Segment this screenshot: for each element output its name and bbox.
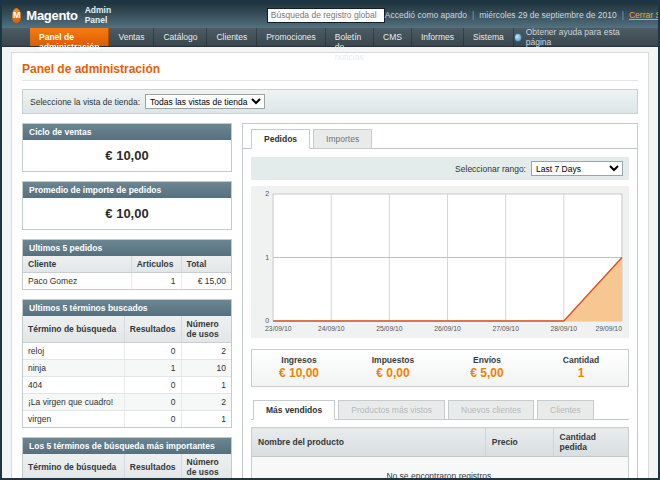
page-title: Panel de administración: [22, 62, 638, 81]
column-header: Resultados: [124, 316, 181, 343]
column-header: Resultados: [124, 454, 181, 480]
store-switcher-label: Seleccione la vista de tienda:: [30, 97, 140, 107]
orders-chart: 01223/09/1024/09/1025/09/1026/09/1027/09…: [251, 186, 629, 340]
orders-area-chart: 01223/09/1024/09/1025/09/1026/09/1027/09…: [251, 186, 629, 338]
page: Panel de administración Seleccione la vi…: [2, 47, 658, 480]
box-title: Ultimos 5 términos buscados: [23, 300, 231, 316]
dashboard-main-panel: Pedidos Importes Seleccionar rango: Last…: [242, 123, 638, 480]
help-label: Obtener ayuda para esta página: [526, 27, 630, 47]
box-title: Ultimos 5 pedidos: [23, 240, 231, 256]
svg-text:0: 0: [265, 318, 269, 325]
svg-text:25/09/10: 25/09/10: [376, 325, 403, 332]
column-header: Articulos: [131, 256, 181, 273]
box-title: Promedio de importe de pedidos: [23, 182, 231, 198]
empty-message: No se encontraron registros.: [252, 457, 629, 480]
svg-text:2: 2: [265, 191, 269, 198]
svg-text:27/09/10: 27/09/10: [492, 325, 519, 332]
column-header: Cantidad pedida: [553, 428, 628, 457]
logo-subtitle: Admin Panel: [85, 5, 117, 25]
main-navigation: Panel de administraciónVentasCatálogoCli…: [2, 28, 658, 47]
nav-item-1[interactable]: Ventas: [109, 28, 154, 46]
stat-ingresos: Ingresos€ 10,00: [252, 355, 346, 380]
bottom-tab-3: Clientes: [537, 400, 594, 420]
stat-cantidad: Cantidad1: [534, 355, 628, 380]
nav-item-2[interactable]: Catálogo: [154, 28, 207, 46]
header-user-info: Accedió como apardo | miércoles 29 de se…: [385, 10, 660, 20]
content-wrapper: Panel de administración Seleccione la vi…: [11, 52, 649, 480]
tab-pedidos[interactable]: Pedidos: [251, 129, 310, 149]
column-header: Término de búsqueda: [23, 316, 124, 343]
last-search-terms-table: Término de búsquedaResultadosNúmero de u…: [23, 316, 231, 427]
lifetime-sales-box: Ciclo de ventas € 10,00: [22, 123, 232, 172]
column-header: Total: [181, 256, 231, 273]
stat-envíos: Envíos€ 5,00: [440, 355, 534, 380]
stat-impuestos: Impuestos€ 0,00: [346, 355, 440, 380]
nav-item-5[interactable]: Boletín de noticias: [326, 28, 374, 46]
nav-item-4[interactable]: Promociones: [257, 28, 326, 46]
table-row: virgen01: [23, 411, 231, 428]
totals-bar: Ingresos€ 10,00Impuestos€ 0,00Envíos€ 5,…: [251, 349, 629, 387]
last-orders-box: Ultimos 5 pedidos ClienteArticulosTotalP…: [22, 239, 232, 290]
table-row: ninja110: [23, 360, 231, 377]
column-header: Precio: [485, 428, 553, 457]
lifetime-sales-value: € 10,00: [23, 140, 231, 171]
last-search-terms-box: Ultimos 5 términos buscados Término de b…: [22, 299, 232, 428]
tab-importes[interactable]: Importes: [313, 129, 372, 149]
bottom-tab-0[interactable]: Más vendidos: [253, 400, 335, 420]
nav-item-3[interactable]: Clientes: [207, 28, 257, 46]
range-toolbar: Seleccionar rango: Last 7 Days: [251, 157, 629, 180]
nav-item-7[interactable]: Informes: [412, 28, 464, 46]
header: M Magento Admin Panel Accedió como apard…: [2, 2, 658, 28]
svg-text:24/09/10: 24/09/10: [318, 325, 345, 332]
bottom-tabs: Más vendidosProductos más vistosNuevos c…: [251, 400, 629, 420]
store-switcher-select[interactable]: Todas las vistas de tienda: [145, 94, 265, 109]
box-title: Ciclo de ventas: [23, 124, 231, 140]
current-date: miércoles 29 de septiembre de 2010: [479, 10, 617, 20]
nav-item-6[interactable]: CMS: [374, 28, 412, 46]
globe-icon: [514, 33, 522, 42]
dashboard-sidebar: Ciclo de ventas € 10,00 Promedio de impo…: [22, 123, 232, 480]
last-orders-table: ClienteArticulosTotalPaco Gomez1€ 15,00: [23, 256, 231, 289]
svg-text:26/09/10: 26/09/10: [434, 325, 461, 332]
svg-text:23/09/10: 23/09/10: [265, 325, 292, 332]
average-orders-value: € 10,00: [23, 198, 231, 229]
magento-logo: M Magento Admin Panel: [12, 5, 117, 25]
help-link[interactable]: Obtener ayuda para esta página: [514, 28, 630, 46]
range-label: Seleccionar rango:: [455, 164, 526, 174]
bottom-tab-1: Productos más vistos: [338, 400, 445, 420]
svg-text:28/09/10: 28/09/10: [551, 325, 578, 332]
svg-text:29/09/10: 29/09/10: [595, 325, 622, 332]
bottom-tab-2: Nuevos clientes: [448, 400, 534, 420]
store-view-switcher: Seleccione la vista de tienda: Todas las…: [22, 89, 638, 114]
table-row: reloj02: [23, 343, 231, 360]
top-search-terms-box: Los 5 términos de búsqueda más important…: [22, 437, 232, 480]
nav-menu: Panel de administraciónVentasCatálogoCli…: [30, 28, 514, 46]
table-row: Paco Gomez1€ 15,00: [23, 273, 231, 290]
top-search-terms-table: Término de búsquedaResultadosNúmero de u…: [23, 454, 231, 480]
nav-item-0[interactable]: Panel de administración: [30, 28, 109, 46]
logout-link[interactable]: Cerrar Sesión: [629, 10, 660, 20]
table-row: ¡La virgen que cuadro!02: [23, 394, 231, 411]
range-select[interactable]: Last 7 Days: [531, 161, 623, 176]
column-header: Número de usos: [181, 316, 231, 343]
table-row: 40401: [23, 377, 231, 394]
svg-text:1: 1: [265, 254, 269, 261]
magento-logo-icon: M: [12, 8, 21, 23]
chart-tabs: Pedidos Importes: [243, 124, 637, 149]
average-orders-box: Promedio de importe de pedidos € 10,00: [22, 181, 232, 230]
box-title: Los 5 términos de búsqueda más important…: [23, 438, 231, 454]
logo-text: Magento: [26, 8, 77, 23]
column-header: Número de usos: [181, 454, 231, 480]
empty-row: No se encontraron registros.: [252, 457, 629, 480]
column-header: Término de búsqueda: [23, 454, 124, 480]
products-grid: Nombre del productoPrecioCantidad pedida…: [251, 427, 629, 480]
logged-in-as: Accedió como apardo: [385, 10, 467, 20]
column-header: Cliente: [23, 256, 131, 273]
global-search-input[interactable]: [267, 8, 385, 23]
column-header: Nombre del producto: [252, 428, 486, 457]
nav-item-8[interactable]: Sistema: [464, 28, 514, 46]
